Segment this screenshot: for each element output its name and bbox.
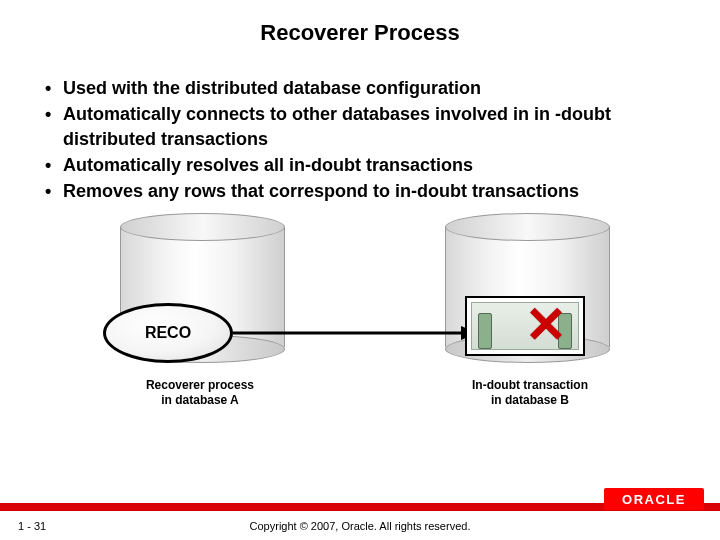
- caption-line: in database B: [491, 393, 569, 407]
- in-doubt-transaction-box: ✕: [465, 296, 585, 356]
- copyright-text: Copyright © 2007, Oracle. All rights res…: [0, 520, 720, 532]
- oracle-logo: ORACLE: [604, 488, 704, 510]
- bullet-list: Used with the distributed database confi…: [45, 76, 675, 203]
- bullet-item: Automatically resolves all in-doubt tran…: [45, 153, 675, 177]
- failure-x-icon: ✕: [525, 300, 567, 350]
- caption-line: in database A: [161, 393, 239, 407]
- slide-body: Used with the distributed database confi…: [0, 76, 720, 423]
- caption-database-a: Recoverer process in database A: [110, 378, 290, 407]
- bullet-item: Used with the distributed database confi…: [45, 76, 675, 100]
- caption-database-b: In-doubt transaction in database B: [440, 378, 620, 407]
- bullet-item: Removes any rows that correspond to in-d…: [45, 179, 675, 203]
- slide-title: Recoverer Process: [0, 0, 720, 76]
- server-icon: [478, 313, 492, 349]
- diagram: RECO ✕ Recoverer process in database A I…: [45, 213, 675, 423]
- slide-footer: ORACLE 1 - 31 Copyright © 2007, Oracle. …: [0, 506, 720, 540]
- reco-label: RECO: [145, 324, 191, 342]
- caption-line: Recoverer process: [146, 378, 254, 392]
- bullet-item: Automatically connects to other database…: [45, 102, 675, 151]
- arrow-icon: [233, 323, 478, 343]
- logo-text: ORACLE: [622, 492, 686, 507]
- caption-line: In-doubt transaction: [472, 378, 588, 392]
